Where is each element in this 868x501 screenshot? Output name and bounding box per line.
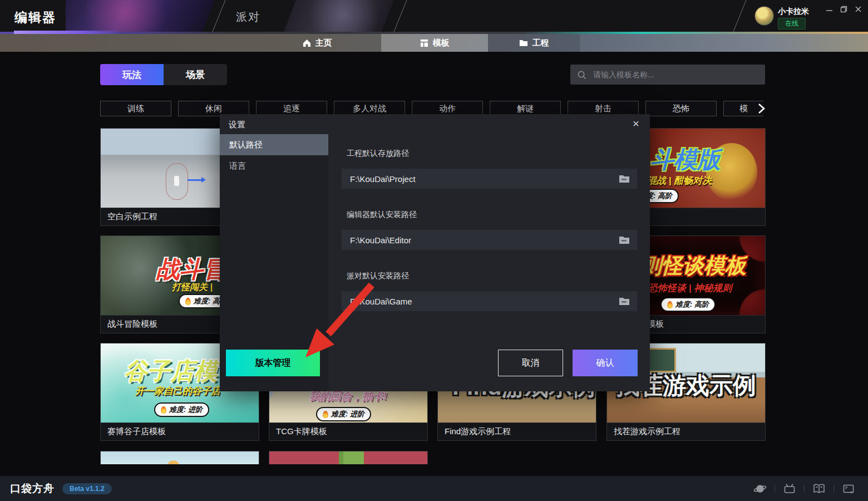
template-search-box[interactable] [570,65,765,85]
templates-grid-icon [420,39,428,47]
sidebar-item-language[interactable]: 语言 [220,155,328,176]
footer-divider [804,485,805,493]
nav-tab-projects[interactable]: 工程 [488,34,580,52]
thumb-subtitle: 恐怖怪谈 | 神秘规则 [648,282,732,294]
diagonal-divider [211,0,225,35]
template-caption: 赛博谷子店模板 [107,426,166,437]
footer-divider [775,485,775,493]
search-icon [577,70,586,80]
editor-tab-artwork [66,0,215,35]
sidebar-item-default-path[interactable]: 默认路径 [220,134,328,155]
dialog-title: 设置 [229,120,245,130]
categories-scroll-right[interactable] [754,101,768,116]
project-path-field[interactable] [342,169,637,189]
axis-arrow [188,179,202,181]
user-avatar[interactable] [754,6,774,26]
version-badge: Beta v1.1.2 [62,483,112,494]
diagonal-divider [732,0,746,35]
tab-party[interactable]: 派对 [236,9,260,24]
online-status-badge: 在线 [778,18,806,30]
template-card-partial-pixel[interactable] [269,451,428,464]
party-tab-artwork [283,0,394,35]
docs-book-icon[interactable] [812,482,826,496]
close-window-button[interactable] [854,4,862,13]
difficulty-badge: 难度: 进阶 [154,402,209,417]
chevron-right-icon [758,103,765,114]
flame-icon [667,301,673,308]
cancel-button[interactable]: 取消 [498,350,563,376]
category-chip-training[interactable]: 训练 [100,101,171,116]
editor-launcher-window: 编辑器 派对 小卡拉米 在线 主页 模板 [0,0,868,501]
mode-tab-scene[interactable]: 场景 [164,64,227,85]
minimize-button[interactable] [825,4,834,13]
footer-divider [834,485,834,493]
thumb-subtitle: 打怪闯关 | [172,282,213,293]
template-caption: 战斗冒险模板 [107,319,157,330]
difficulty-badge: 难度: 进阶 [316,407,371,421]
diagonal-divider [392,0,407,35]
titlebar: 编辑器 派对 小卡拉米 在线 [0,0,868,35]
app-logo: 口袋方舟 [10,482,55,496]
browse-folder-icon[interactable] [619,175,630,183]
nav-tab-templates[interactable]: 模板 [381,34,488,52]
template-caption: 空白示例工程 [107,212,157,222]
character-capsule-gizmo [166,163,188,200]
search-input[interactable] [592,70,758,80]
browse-folder-icon[interactable] [619,297,630,306]
user-name: 小卡拉米 [778,7,809,17]
template-caption: 找茬游戏示例工程 [614,426,680,437]
party-path-input[interactable] [349,296,619,307]
restore-button[interactable] [839,4,848,13]
version-manage-button[interactable]: 版本管理 [226,350,320,376]
tab-editor[interactable]: 编辑器 [14,9,56,26]
field-label-party-path: 派对默认安装路径 [347,271,409,281]
editor-path-input[interactable] [349,235,619,245]
projects-folder-icon [519,39,528,47]
template-caption: TCG卡牌模板 [276,426,327,437]
category-chip-horror[interactable]: 恐怖 [645,101,717,116]
window-controls [825,4,862,13]
party-path-field[interactable] [342,291,637,311]
home-icon [303,39,311,47]
mode-tab-gameplay[interactable]: 玩法 [100,64,164,85]
dialog-close-icon[interactable]: × [629,116,643,131]
community-planet-icon[interactable] [753,482,767,496]
flame-icon [323,411,328,418]
confirm-button[interactable]: 确认 [573,350,638,376]
settings-dialog: 设置 × 默认路径 语言 工程默认存放路径 编辑器默认安装路径 派对默认安装路径… [220,114,650,391]
thumb-title: 谷子店模 [124,356,218,387]
thumb-title: 则怪谈模板 [640,252,746,280]
thumb-title: 斗模版 [650,144,721,175]
thumb-subtitle: 开一家自己的谷子店 [135,385,220,397]
flame-icon [161,406,166,414]
project-path-input[interactable] [349,174,619,184]
template-caption: Find游戏示例工程 [445,426,511,437]
flame-icon [185,298,191,305]
footer-bar: 口袋方舟 Beta v1.1.2 [0,476,868,501]
browse-folder-icon[interactable] [619,236,630,244]
thumb-subtitle: 混战 | 酣畅对决 [647,174,712,187]
field-label-project-path: 工程默认存放路径 [347,149,409,159]
tv-icon[interactable] [782,482,797,496]
feedback-monitor-icon[interactable] [841,482,856,496]
thumb-title: 战斗冒 [156,254,226,285]
template-card-partial-sky[interactable] [100,451,259,464]
field-label-editor-path: 编辑器默认安装路径 [347,210,417,220]
difficulty-badge: 难度: 高阶 [660,297,716,312]
nav-tab-home[interactable]: 主页 [253,34,381,52]
editor-path-field[interactable] [342,230,637,250]
